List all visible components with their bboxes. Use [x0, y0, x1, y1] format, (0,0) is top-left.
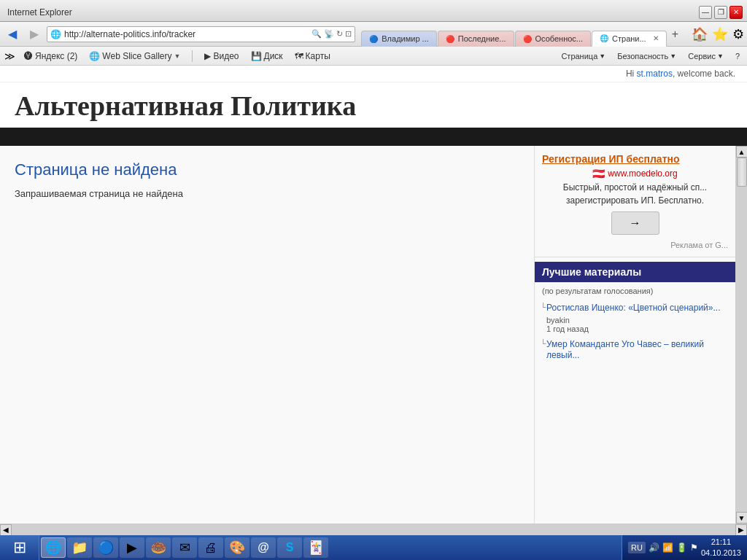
- language-indicator[interactable]: RU: [628, 542, 646, 553]
- forward-button[interactable]: ▶: [25, 25, 44, 44]
- help-menu-button[interactable]: ?: [732, 50, 743, 62]
- rss-icon[interactable]: 📡: [324, 29, 334, 39]
- taskbar-email[interactable]: @: [251, 537, 276, 558]
- taskbar-donut[interactable]: 🍩: [146, 537, 171, 558]
- taskbar-ie[interactable]: 🌐: [41, 537, 66, 558]
- favorites-icon[interactable]: ⭐: [712, 26, 728, 42]
- right-toolbar: 🏠 ⭐ ⚙: [692, 26, 744, 42]
- start-icon: ⊞: [13, 538, 26, 557]
- scroll-right-button[interactable]: ▶: [735, 524, 747, 536]
- scroll-down-button[interactable]: ▼: [736, 512, 748, 524]
- bookmark-yandex[interactable]: 🅨 Яндекс (2): [21, 50, 80, 63]
- clock[interactable]: 21:11 04.10.2013: [701, 537, 741, 559]
- yandex-label: Яндекс (2): [35, 51, 77, 61]
- site-nav: [0, 130, 747, 146]
- new-tab-button[interactable]: +: [667, 28, 683, 41]
- security-menu-button[interactable]: Безопасность ▼: [614, 50, 679, 62]
- restore-button[interactable]: ❐: [714, 6, 727, 19]
- paint-icon: 🎨: [229, 540, 245, 556]
- best-item-date-1: 1 год назад: [546, 324, 589, 333]
- explorer-icon: 📁: [71, 540, 88, 556]
- taskbar-paint[interactable]: 🎨: [225, 537, 249, 558]
- scroll-up-button[interactable]: ▲: [736, 146, 748, 158]
- system-tray: RU 🔊 📶 🔋 ⚑ 21:11 04.10.2013: [622, 535, 747, 560]
- tab-favicon-1: 🔵: [369, 35, 378, 43]
- tab-latest[interactable]: 🔴 Последние...: [438, 31, 514, 47]
- content-wrapper: Страница не найдена Запрашиваемая страни…: [0, 146, 747, 524]
- ad-url: 🇦🇹 www.moedelo.org: [542, 168, 728, 179]
- start-button[interactable]: ⊞: [0, 535, 39, 560]
- ad-domain: www.moedelo.org: [608, 168, 677, 179]
- taskbar-chrome[interactable]: 🔵: [93, 537, 118, 558]
- taskbar-cards[interactable]: 🃏: [303, 537, 328, 558]
- tab-label-1: Владимир ...: [382, 34, 429, 43]
- page-menu-arrow: ▼: [599, 52, 605, 60]
- tab-label-2: Последние...: [458, 34, 506, 43]
- address-bar: 🌐 🔍 📡 ↻ ⊡: [47, 26, 355, 42]
- time-display: 21:11: [701, 537, 741, 548]
- video-label: Видео: [213, 51, 239, 61]
- tab-label-4: Страни...: [612, 34, 646, 43]
- taskbar-media[interactable]: ▶: [120, 537, 144, 558]
- scroll-track: [736, 158, 747, 512]
- tools-icon[interactable]: ⚙: [732, 26, 744, 42]
- media-icon: ▶: [127, 540, 137, 556]
- scroll-left-button[interactable]: ◀: [0, 524, 12, 536]
- taskbar-explorer[interactable]: 📁: [67, 537, 92, 558]
- service-menu-arrow: ▼: [717, 52, 724, 60]
- bookmark-disk[interactable]: 💾 Диск: [248, 50, 286, 63]
- nav-bar: ◀ ▶ 🌐 🔍 📡 ↻ ⊡ 🔵 Владимир ... 🔴 Последние…: [0, 22, 747, 47]
- window-controls: — ❐ ✕: [699, 6, 743, 19]
- minimize-button[interactable]: —: [699, 6, 712, 19]
- ad-footer: Реклама от G...: [542, 241, 728, 249]
- printer-icon: 🖨: [204, 540, 217, 556]
- home-icon[interactable]: 🏠: [692, 26, 708, 42]
- bookmark-divider: [192, 50, 193, 62]
- bookmark-video[interactable]: ▶ Видео: [201, 50, 241, 63]
- welcome-hi: Hi: [626, 69, 637, 79]
- search-address-icon[interactable]: 🔍: [311, 29, 322, 39]
- refresh-icon[interactable]: ↻: [336, 29, 343, 39]
- taskbar-mail[interactable]: ✉: [172, 537, 197, 558]
- webslice-favicon: 🌐: [89, 51, 100, 61]
- site-title: Альтернативная Политика: [15, 90, 732, 122]
- mail-icon: ✉: [179, 540, 190, 556]
- vertical-scrollbar[interactable]: ▲ ▼: [735, 146, 747, 524]
- network-icon[interactable]: 📶: [662, 542, 673, 553]
- back-button[interactable]: ◀: [3, 25, 22, 44]
- ad-title[interactable]: Регистрация ИП бесплатно: [542, 153, 728, 165]
- close-button[interactable]: ✕: [729, 6, 743, 19]
- tab-close-button[interactable]: ✕: [653, 34, 659, 42]
- tabs-container: 🔵 Владимир ... 🔴 Последние... 🔴 Особенно…: [361, 22, 683, 47]
- taskbar-printer[interactable]: 🖨: [198, 537, 223, 558]
- scroll-thumb[interactable]: [737, 158, 747, 187]
- page-menu-button[interactable]: Страница ▼: [558, 50, 608, 62]
- tab-features[interactable]: 🔴 Особеннос...: [515, 31, 592, 47]
- bookmark-maps[interactable]: 🗺 Карты: [292, 50, 333, 63]
- tab-current[interactable]: 🌐 Страни... ✕: [592, 31, 667, 47]
- best-materials-section: Лучшие материалы (по результатам голосов…: [535, 257, 735, 369]
- best-item-link-1[interactable]: Ростислав Ищенко: «Цветной сценарий»...: [546, 303, 728, 314]
- ad-text2: зарегистрировать ИП. Бесплатно.: [542, 195, 728, 206]
- welcome-bar: Hi st.matros, welcome back.: [0, 66, 747, 82]
- bookmarks-bar: ≫ 🅨 Яндекс (2) 🌐 Web Slice Gallery ▼ ▶ В…: [0, 47, 747, 66]
- ad-button[interactable]: →: [611, 211, 659, 235]
- tab-vladim[interactable]: 🔵 Владимир ...: [361, 31, 437, 47]
- service-menu-button[interactable]: Сервис ▼: [685, 50, 727, 62]
- taskbar-skype[interactable]: S: [277, 537, 302, 558]
- volume-icon[interactable]: 🔊: [649, 542, 659, 553]
- notification-icon[interactable]: ⚑: [690, 542, 698, 553]
- expand-bookmarks-icon[interactable]: ≫: [4, 50, 15, 62]
- address-input[interactable]: [64, 29, 309, 39]
- welcome-user[interactable]: st.matros: [637, 69, 673, 79]
- battery-icon[interactable]: 🔋: [676, 542, 687, 553]
- compat-icon[interactable]: ⊡: [345, 29, 352, 39]
- tab-favicon-3: 🔴: [523, 35, 532, 43]
- disk-favicon: 💾: [251, 51, 262, 61]
- horizontal-scrollbar[interactable]: ◀ ▶: [0, 524, 747, 535]
- video-favicon: ▶: [204, 51, 211, 61]
- best-item-link-2[interactable]: Умер Команданте Уго Чавес – великий левы…: [546, 339, 728, 362]
- page-favicon: 🌐: [50, 29, 61, 39]
- best-item-author-1: byakin: [546, 316, 570, 324]
- bookmark-webslice[interactable]: 🌐 Web Slice Gallery ▼: [86, 50, 183, 63]
